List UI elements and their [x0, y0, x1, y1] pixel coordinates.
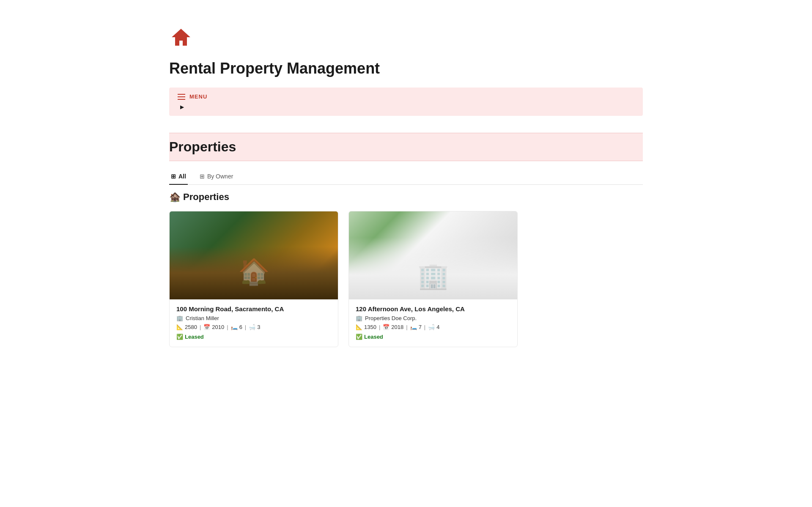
- property-card-2-sqft: 1350: [364, 324, 376, 330]
- property-card-1[interactable]: 100 Morning Road, Sacramento, CA 🏢 Crist…: [169, 211, 338, 347]
- section-title: Properties: [169, 139, 643, 155]
- baths-icon-2: 🛁: [428, 324, 435, 330]
- property-card-1-beds: 6: [239, 324, 242, 330]
- tab-all[interactable]: ⊞ All: [169, 170, 188, 185]
- property-card-2-image: [349, 211, 517, 299]
- property-card-2-beds: 7: [419, 324, 422, 330]
- status-icon-1: ✅: [176, 334, 183, 340]
- status-icon-2: ✅: [356, 334, 362, 340]
- tab-all-label: All: [178, 173, 186, 180]
- property-card-2-owner: 🏢 Properties Doe Corp.: [356, 315, 510, 321]
- section-header: Properties: [169, 133, 643, 161]
- owner-icon-2: 🏢: [356, 315, 362, 321]
- property-card-1-status: ✅ Leased: [176, 334, 331, 340]
- property-card-1-status-text: Leased: [185, 334, 204, 340]
- sqft-icon-2: 📐: [356, 324, 362, 330]
- property-card-2-owner-name: Properties Doe Corp.: [365, 315, 417, 321]
- property-card-2-body: 120 Afternoon Ave, Los Angeles, CA 🏢 Pro…: [349, 299, 517, 347]
- property-card-1-address: 100 Morning Road, Sacramento, CA: [176, 305, 331, 312]
- tab-by-owner-icon: ⊞: [200, 173, 205, 180]
- property-card-1-baths: 3: [257, 324, 260, 330]
- beds-icon-2: 🛏️: [410, 324, 417, 330]
- hamburger-icon: [178, 94, 185, 100]
- property-card-2-baths: 4: [436, 324, 439, 330]
- properties-section-heading: 🏚️ Properties: [169, 192, 643, 203]
- app-title: Rental Property Management: [169, 60, 643, 77]
- tab-by-owner[interactable]: ⊞ By Owner: [198, 170, 235, 185]
- property-card-1-body: 100 Morning Road, Sacramento, CA 🏢 Crist…: [170, 299, 338, 347]
- menu-expand-arrow[interactable]: ▶: [180, 104, 634, 110]
- tab-by-owner-label: By Owner: [207, 173, 233, 180]
- property-card-1-sqft: 2580: [185, 324, 197, 330]
- properties-heading-text: 🏚️ Properties: [169, 192, 229, 203]
- menu-toggle[interactable]: MENU: [178, 93, 634, 100]
- baths-icon-1: 🛁: [249, 324, 255, 330]
- property-card-2-status: ✅ Leased: [356, 334, 510, 340]
- app-icon: [169, 25, 643, 55]
- property-card-1-details: 📐 2580 | 📅 2010 | 🛏️ 6 | 🛁 3: [176, 324, 331, 330]
- year-icon-2: 📅: [383, 324, 390, 330]
- property-card-1-owner: 🏢 Cristian Miller: [176, 315, 331, 321]
- property-card-2-status-text: Leased: [364, 334, 383, 340]
- property-card-2-address: 120 Afternoon Ave, Los Angeles, CA: [356, 305, 510, 312]
- property-card-2-details: 📐 1350 | 📅 2018 | 🛏️ 7 | 🛁 4: [356, 324, 510, 330]
- property-card-1-year: 2010: [212, 324, 224, 330]
- properties-grid: 100 Morning Road, Sacramento, CA 🏢 Crist…: [169, 211, 643, 347]
- property-card-2[interactable]: 120 Afternoon Ave, Los Angeles, CA 🏢 Pro…: [348, 211, 518, 347]
- menu-bar: MENU ▶: [169, 88, 643, 116]
- property-card-1-image: [170, 211, 338, 299]
- beds-icon-1: 🛏️: [231, 324, 238, 330]
- tabs-row: ⊞ All ⊞ By Owner: [169, 170, 643, 185]
- property-card-2-year: 2018: [391, 324, 403, 330]
- sqft-icon-1: 📐: [176, 324, 183, 330]
- year-icon-1: 📅: [203, 324, 210, 330]
- property-card-1-owner-name: Cristian Miller: [186, 315, 219, 321]
- menu-label: MENU: [189, 93, 207, 100]
- owner-icon-1: 🏢: [176, 315, 183, 321]
- tab-all-icon: ⊞: [171, 173, 176, 180]
